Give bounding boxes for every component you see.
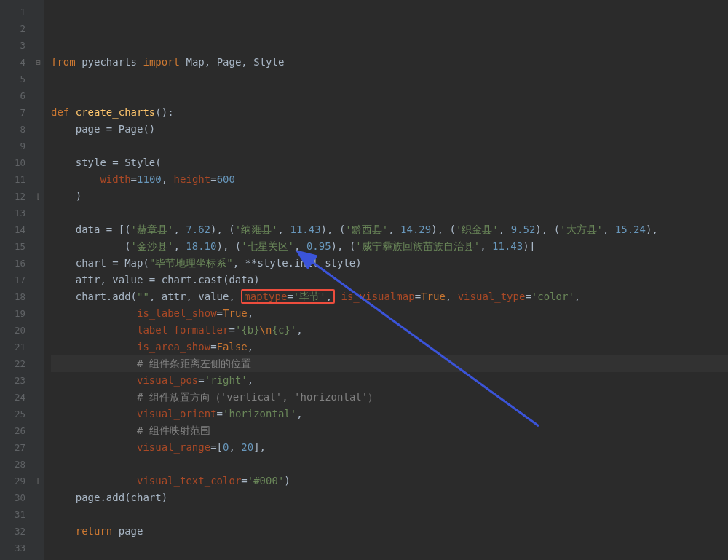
line-number: 11 [0,171,25,188]
code-token: {c}' [272,324,296,336]
code-line[interactable]: visual_range=[0, 20], [51,439,728,456]
code-token: pyecharts [82,56,143,68]
fold-marker [33,540,44,556]
fold-marker [33,4,44,20]
code-line[interactable] [51,138,728,154]
code-token: ), ( [535,224,560,235]
code-token: return [76,525,119,537]
code-line[interactable] [51,71,728,87]
code-line[interactable]: # 组件条距离左侧的位置 [51,355,728,372]
line-number: 28 [0,456,25,473]
code-line[interactable] [51,456,728,473]
code-token: visual_orient [137,408,217,419]
code-line[interactable]: label_formatter='{b}\n{c}', [51,322,728,339]
code-token: = [241,475,247,486]
code-token: = [131,173,137,185]
code-token: , [296,408,302,419]
fold-marker [33,20,44,37]
code-token [51,525,76,537]
code-line[interactable] [51,87,728,104]
line-number: 17 [0,272,25,288]
line-number-gutter: 1234567891011121314151617181920212223242… [0,0,33,560]
code-token: ( [51,240,131,252]
fold-marker [33,138,44,154]
code-line[interactable]: # 组件放置方向（'vertical', 'horizontal'） [51,389,728,406]
code-token: data = [( [51,224,131,235]
code-token: , [388,224,400,235]
code-line[interactable]: page = Page() [51,121,728,138]
code-token: is_area_show [137,341,210,352]
code-line[interactable]: style = Style( [51,154,728,171]
code-token: chart = Map( [51,257,149,269]
code-line[interactable]: ) [51,188,728,205]
code-token [51,391,137,403]
code-token [51,341,137,352]
line-number: 19 [0,305,25,322]
fold-marker [33,406,44,422]
code-token: = [217,307,223,319]
fold-marker [33,339,44,355]
code-token: True [223,307,248,319]
code-line[interactable]: return page [51,523,728,540]
code-token: 'right' [205,374,248,386]
code-line[interactable]: # 组件映射范围 [51,422,728,439]
code-line[interactable]: data = [('赫章县', 7.62), ('纳雍县', 11.43), (… [51,221,728,238]
code-line[interactable]: visual_text_color='#000') [51,473,728,489]
fold-marker [33,523,44,540]
code-line[interactable] [51,506,728,523]
line-number: 3 [0,37,25,54]
fold-marker [33,221,44,238]
code-token: width [100,173,130,185]
code-line[interactable] [51,556,728,560]
code-line[interactable]: from pyecharts import Map, Page, Style [51,54,728,71]
code-token: attr, value = chart.cast(data) [51,274,260,285]
code-token: '金沙县' [131,240,174,252]
code-line[interactable]: width=1100, height=600 [51,171,728,188]
code-line[interactable]: ('金沙县', 18.10), ('七星关区', 0.95), ('威宁彝族回族… [51,238,728,255]
code-token: ], [253,441,266,453]
fold-marker [33,322,44,339]
code-token: , [294,240,306,252]
fold-marker [33,506,44,523]
code-token: ), ( [216,240,241,252]
code-area[interactable]: from pyecharts import Map, Page, Style d… [44,0,728,560]
code-token: ) [284,475,290,486]
code-line[interactable] [51,540,728,556]
fold-marker [33,154,44,171]
code-line[interactable]: is_area_show=False, [51,339,728,355]
code-line[interactable]: visual_pos='right', [51,372,728,389]
code-token: maptype [244,291,287,302]
code-token: Map [186,56,204,68]
fold-marker [33,422,44,439]
code-line[interactable]: attr, value = chart.cast(data) [51,272,728,288]
code-line[interactable]: visual_orient='horizontal', [51,406,728,422]
code-token: '#000' [248,475,285,486]
code-token: # 组件条距离左侧的位置 [137,358,251,369]
code-token: , [278,224,290,235]
code-token [51,324,137,336]
code-token: chart.add( [51,291,137,302]
code-token: "" [137,291,149,302]
code-line[interactable] [51,205,728,221]
code-token: , [499,224,511,235]
code-token: ) [51,190,82,202]
code-line[interactable]: is_label_show=True, [51,305,728,322]
fold-marker[interactable]: ⌊ [33,188,44,205]
fold-marker[interactable]: ⌊ [33,473,44,489]
line-number: 18 [0,288,25,305]
code-editor[interactable]: 1234567891011121314151617181920212223242… [0,0,728,560]
code-line[interactable]: page.add(chart) [51,489,728,506]
code-line[interactable]: chart.add("", attr, value, maptype='毕节',… [51,288,728,305]
fold-marker[interactable]: ⊟ [33,54,44,71]
code-token: ), ( [210,224,235,235]
fold-gutter[interactable]: ⊟⌊⌊ [33,0,44,560]
code-line[interactable]: def create_charts(): [51,104,728,121]
code-token: is_label_show [137,307,217,319]
code-token: 11.43 [290,224,320,235]
code-token: False [217,341,248,352]
code-token: , attr, value, [149,291,241,302]
code-token: '大方县' [560,224,603,235]
code-token: (): [155,106,173,118]
code-line[interactable]: chart = Map("毕节地理坐标系", **style.init_styl… [51,255,728,272]
code-token: = [210,173,216,185]
